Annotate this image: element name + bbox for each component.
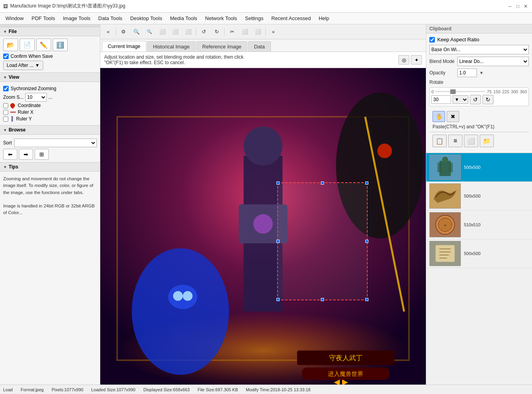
menu-recent-accessed[interactable]: Recent Accessed — [267, 14, 315, 23]
tb-settings-button[interactable]: ⚙ — [117, 26, 130, 37]
action-btn-1[interactable]: 📋 — [433, 135, 447, 147]
close-button[interactable]: ✕ — [523, 3, 529, 9]
blend-mode-select[interactable]: Linear Do... — [457, 57, 529, 66]
file-section-label: File — [9, 29, 17, 34]
rotate-slider-row: 0 75 150 225 300 360 — [431, 89, 527, 94]
tb-rotate-right-button[interactable]: ↻ — [210, 26, 223, 37]
ruler-x-label: Ruler X — [18, 109, 33, 115]
notice-text: Adjust location and size, set blending m… — [104, 54, 243, 65]
tab-current-image[interactable]: Current Image — [102, 41, 146, 52]
status-displayed-size: Displayed Size:658x663 — [143, 387, 190, 392]
ruler-y-label: Ruler Y — [16, 116, 32, 122]
action-btn-4[interactable]: 📁 — [480, 135, 494, 147]
menu-help[interactable]: Help — [315, 14, 333, 23]
tab-historical-image[interactable]: Historical Image — [147, 41, 195, 52]
browse-prev-button[interactable]: ⬅ — [3, 149, 17, 160]
load-after-button[interactable]: Load After ... ▼ — [3, 61, 43, 70]
paste-cancel-button[interactable]: ✖ — [447, 111, 459, 122]
paste-label: Paste(CTRL+v) and "OK"(F1) — [433, 124, 495, 129]
tb-cut-button[interactable]: ✂ — [226, 26, 238, 37]
notice-icon-btn-1[interactable]: ◎ — [398, 55, 409, 65]
menu-window[interactable]: Window — [2, 14, 28, 23]
tab-reference-image[interactable]: Reference Image — [196, 41, 247, 52]
maximize-button[interactable]: □ — [515, 3, 521, 9]
browse-next-button[interactable]: ➡ — [19, 149, 33, 160]
rotate-input[interactable] — [431, 95, 451, 104]
new-file-button[interactable]: 📄 — [20, 39, 35, 51]
tb-more-button[interactable]: » — [267, 26, 280, 37]
tb-select-button[interactable]: ⬜ — [182, 26, 195, 37]
sidebar-view-header[interactable]: ▼ View — [0, 72, 100, 82]
edit-button[interactable]: ✏️ — [36, 39, 51, 51]
menu-desktop-tools[interactable]: Desktop Tools — [126, 14, 166, 23]
sort-select[interactable] — [14, 139, 97, 147]
menu-network-tools[interactable]: Network Tools — [201, 14, 241, 23]
status-file-size: File Size:697.305 KB — [198, 387, 238, 392]
tb-copy-button[interactable]: ⬜ — [239, 26, 251, 37]
status-modify-time: Modify Time:2018-10-25 13:33:18 — [246, 387, 311, 392]
opacity-row: Opacity 1.0 ▼ — [429, 68, 529, 77]
gallery-item-2[interactable]: 500x500 — [426, 182, 532, 211]
rotate-slider-track[interactable] — [435, 89, 485, 94]
menu-data-tools[interactable]: Data Tools — [94, 14, 126, 23]
opacity-input[interactable]: 1.0 — [457, 68, 477, 77]
gallery-thumb-4 — [429, 241, 461, 266]
coordinate-checkbox[interactable] — [3, 103, 8, 108]
sidebar-browse-header[interactable]: ▼ Browse — [0, 125, 100, 135]
tb-zoom-in-button[interactable]: 🔍 — [130, 26, 143, 37]
tab-data[interactable]: Data — [248, 41, 271, 52]
rotate-ccw-button[interactable]: ↺ — [470, 95, 481, 104]
minimize-button[interactable]: ─ — [507, 3, 513, 9]
menu-media-tools[interactable]: Media Tools — [166, 14, 201, 23]
menu-settings[interactable]: Settings — [241, 14, 267, 23]
svg-text:◀  ▶: ◀ ▶ — [334, 377, 348, 385]
view-section-content: Sychronized Zooming Zoom S... 10 25 50 1… — [0, 82, 100, 125]
ruler-y-row: Ruler Y — [3, 116, 97, 122]
notice-line2: "OK"(F1) to take effect. ESC to cancel. — [104, 60, 243, 65]
tb-fit-button[interactable]: ⬜ — [156, 26, 169, 37]
browse-section-label: Browse — [9, 127, 26, 133]
tb-paste-button[interactable]: ⬜ — [252, 26, 264, 37]
view-section-label: View — [9, 74, 19, 80]
tb-zoom-out-button[interactable]: 🔍 — [143, 26, 156, 37]
paste-area: 🖐 ✖ Paste(CTRL+v) and "OK"(F1) — [429, 109, 529, 132]
menu-image-tools[interactable]: Image Tools — [59, 14, 94, 23]
action-btn-2[interactable]: ≡ — [448, 135, 462, 147]
svg-point-5 — [132, 248, 229, 375]
rotate-buttons: ↺ ↻ — [470, 95, 493, 104]
notice-icon-btn-2[interactable]: ✦ — [411, 55, 422, 65]
menu-pdf-tools[interactable]: PDF Tools — [28, 14, 59, 23]
tb-back-button[interactable]: « — [102, 26, 114, 37]
zoom-select[interactable]: 10 25 50 100 — [25, 93, 47, 102]
sidebar-tips-header[interactable]: ▼ Tips — [0, 162, 100, 172]
ruler-x-checkbox[interactable] — [3, 110, 8, 115]
gallery-item-3[interactable]: ✦ 510x510 — [426, 211, 532, 239]
paste-action-buttons: 🖐 ✖ — [433, 111, 526, 122]
confirm-when-save-checkbox[interactable] — [3, 54, 9, 59]
synchronized-zooming-checkbox[interactable] — [3, 86, 9, 91]
file-collapse-icon: ▼ — [3, 30, 7, 34]
open-file-button[interactable]: 📂 — [3, 39, 18, 51]
paste-primary-button[interactable]: 🖐 — [433, 111, 445, 122]
gallery-item-1[interactable]: 500x500 — [426, 153, 532, 182]
rotate-tick-225: 225 — [502, 89, 509, 94]
sort-row: Sort — [3, 139, 97, 147]
main-layout: ▼ File 📂 📄 ✏️ ℹ️ Confirm When Save Load … — [0, 24, 532, 385]
keep-aspect-ratio-checkbox[interactable] — [429, 37, 435, 43]
rotate-cw-button[interactable]: ↻ — [482, 95, 493, 104]
gallery-item-4[interactable]: 500x500 — [426, 239, 532, 268]
image-canvas[interactable]: 守夜人武丁 进入魔兽世界 ◀ ▶ — [100, 68, 426, 385]
ruler-y-icon — [10, 116, 14, 122]
browse-grid-button[interactable]: ⊞ — [35, 149, 49, 160]
action-btn-3[interactable]: ⬜ — [464, 135, 478, 147]
sidebar-file-header[interactable]: ▼ File — [0, 27, 100, 36]
base-on-select[interactable]: Base On Wi... — [429, 45, 529, 54]
gallery-size-2: 500x500 — [464, 194, 480, 198]
ruler-y-checkbox[interactable] — [3, 117, 8, 122]
tb-rotate-left-button[interactable]: ↺ — [197, 26, 210, 37]
svg-point-8 — [183, 291, 193, 301]
tb-actual-size-button[interactable]: ⬜ — [169, 26, 182, 37]
info-button[interactable]: ℹ️ — [53, 39, 68, 51]
zoom-more-label: ... — [48, 94, 52, 100]
rotate-unit-select[interactable]: ▼ — [453, 95, 468, 104]
